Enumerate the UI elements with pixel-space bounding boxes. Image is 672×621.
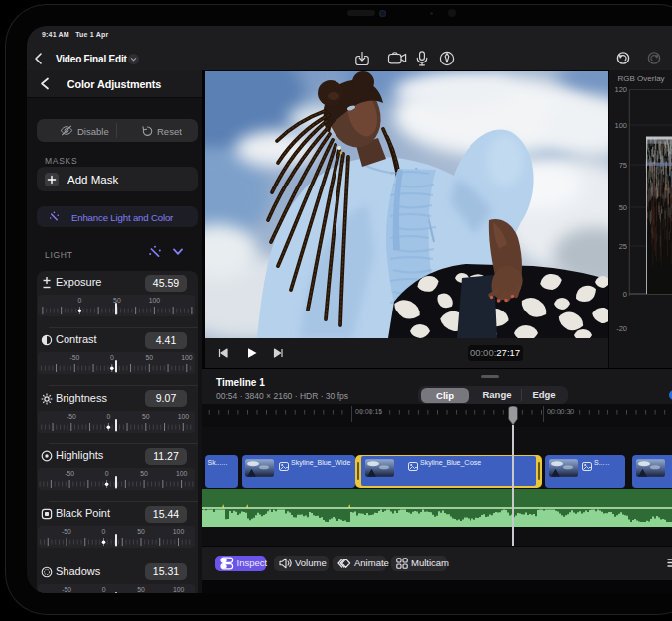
svg-text:100: 100 <box>614 121 627 130</box>
svg-text:0: 0 <box>107 413 111 420</box>
svg-text:100: 100 <box>176 470 188 477</box>
svg-text:50: 50 <box>146 355 154 362</box>
svg-text:-50: -50 <box>62 529 71 536</box>
svg-text:RGB Overlay: RGB Overlay <box>618 74 665 83</box>
svg-text:50: 50 <box>138 586 146 593</box>
svg-text:100: 100 <box>182 355 194 362</box>
svg-text:100: 100 <box>173 586 185 593</box>
svg-text:25: 25 <box>619 242 627 251</box>
svg-text:-50: -50 <box>66 470 75 477</box>
svg-text:0: 0 <box>78 297 82 304</box>
svg-text:0: 0 <box>110 355 114 362</box>
svg-text:00:00:15: 00:00:15 <box>355 408 382 415</box>
svg-text:120: 120 <box>614 85 627 94</box>
svg-text:-50: -50 <box>70 355 80 362</box>
svg-text:-50: -50 <box>67 413 76 420</box>
svg-text:0: 0 <box>102 529 106 536</box>
svg-text:0: 0 <box>102 586 106 593</box>
svg-text:-20: -20 <box>616 324 627 333</box>
svg-text:50: 50 <box>619 203 627 212</box>
svg-text:-50: -50 <box>63 586 72 593</box>
svg-text:100: 100 <box>149 297 161 304</box>
svg-text:100: 100 <box>178 413 190 420</box>
svg-text:50: 50 <box>141 470 149 477</box>
svg-text:100: 100 <box>173 529 185 536</box>
svg-text:50: 50 <box>142 413 150 420</box>
svg-text:0: 0 <box>105 470 109 477</box>
svg-text:0: 0 <box>623 290 627 299</box>
svg-text:75: 75 <box>619 161 627 170</box>
svg-text:50: 50 <box>114 297 122 304</box>
svg-text:50: 50 <box>138 529 146 536</box>
svg-text:00:00:30: 00:00:30 <box>547 408 574 415</box>
